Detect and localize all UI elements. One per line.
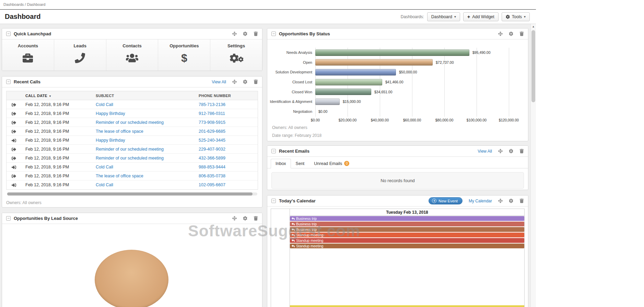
bar[interactable]	[315, 49, 469, 56]
call-subject-link[interactable]: Cold Call	[96, 102, 113, 107]
launchpad-item-settings[interactable]: Settings	[210, 39, 262, 71]
reply-icon	[292, 223, 295, 226]
date-range-label: Date range: February 2018	[272, 133, 523, 138]
scroll-up-button[interactable]: ▲	[531, 24, 536, 29]
table-row: Feb 12, 2018, 9:16 PMReminder of our sch…	[7, 145, 258, 154]
view-all-link[interactable]: View All	[212, 80, 226, 84]
calendar-event-label: Standup meeting	[296, 244, 323, 248]
horizontal-scrollbar-thumb[interactable]	[7, 192, 253, 196]
calendar-event[interactable]: Business trip	[290, 227, 524, 232]
bar[interactable]	[315, 59, 433, 66]
recent-calls-rows: Feb 12, 2018, 9:16 PMCold Call785-713-21…	[7, 100, 258, 189]
page-title: Dashboard	[5, 13, 40, 21]
breadcrumb[interactable]: Dashboards / Dashboard	[3, 2, 45, 7]
collapse-widget-button[interactable]: −	[6, 32, 11, 36]
launchpad-item-opportunities[interactable]: Opportunities $	[158, 39, 210, 71]
header-controls: Dashboards: Dashboard ▾ + Add Widget Too…	[401, 12, 530, 21]
call-phone-link[interactable]: 912-786-0311	[199, 111, 225, 116]
bar[interactable]	[315, 79, 382, 85]
bar-category-label: Closed Won	[267, 90, 315, 94]
widget-settings-icon[interactable]	[243, 32, 247, 36]
collapse-widget-button[interactable]: −	[6, 216, 11, 221]
call-subject-link[interactable]: Happy Birthday	[96, 138, 125, 143]
move-widget-icon[interactable]	[498, 149, 503, 153]
tab-unread-emails[interactable]: Unread Emails 0	[309, 158, 354, 168]
bar-category-label: Closed Lost	[267, 80, 315, 84]
call-phone-link[interactable]: 102-095-6607	[199, 182, 225, 187]
call-subject-link[interactable]: Reminder of our scheduled meeting	[96, 147, 164, 152]
view-all-link[interactable]: View All	[478, 149, 492, 154]
bar[interactable]	[315, 98, 340, 105]
column-call-date[interactable]: CALL DATE▼	[25, 94, 96, 98]
calendar-event[interactable]: Standup meeting	[290, 244, 524, 248]
call-phone-link[interactable]: 229-407-9032	[199, 147, 225, 152]
call-phone-link[interactable]: 432-366-5899	[199, 156, 225, 161]
call-phone-link[interactable]: 525-240-3445	[199, 138, 225, 143]
column-subject[interactable]: SUBJECT	[96, 94, 199, 98]
calendar-event[interactable]: Standup meeting	[290, 233, 524, 237]
widget-settings-icon[interactable]	[509, 149, 513, 153]
delete-widget-icon[interactable]	[519, 199, 524, 203]
call-subject-link[interactable]: The lease of office space	[96, 129, 143, 134]
delete-widget-icon[interactable]	[254, 32, 258, 36]
column-phone-number[interactable]: PHONE NUMBER	[199, 94, 258, 98]
call-date: Feb 12, 2018, 9:16 PM	[25, 147, 96, 152]
call-subject-link[interactable]: Reminder of our scheduled meeting	[96, 156, 164, 161]
widget-settings-icon[interactable]	[509, 199, 513, 203]
move-widget-icon[interactable]	[498, 199, 503, 203]
call-phone-link[interactable]: 988-853-9444	[199, 165, 225, 169]
call-phone-link[interactable]: 201-629-6685	[199, 129, 225, 134]
new-event-button[interactable]: + New Event	[429, 197, 462, 204]
no-records-message: No records found	[271, 172, 524, 189]
widget-recent-calls: − Recent Calls View All CALL DATE▼ SUBJE…	[2, 76, 262, 208]
widget-settings-icon[interactable]	[243, 216, 247, 221]
pie-slice[interactable]	[95, 250, 168, 307]
calendar-event[interactable]: Standup meeting	[290, 238, 524, 243]
call-subject-link[interactable]: Happy Birthday	[96, 111, 125, 116]
call-phone-link[interactable]: 806-835-0738	[199, 174, 225, 178]
collapse-widget-button[interactable]: −	[271, 149, 276, 153]
delete-widget-icon[interactable]	[254, 216, 258, 221]
call-subject-link[interactable]: Cold Call	[96, 182, 113, 187]
call-subject-link[interactable]: Reminder of our scheduled meeting	[96, 120, 164, 125]
bar[interactable]	[315, 88, 371, 95]
gear-icon	[506, 15, 510, 19]
widget-settings-icon[interactable]	[509, 32, 513, 36]
delete-widget-icon[interactable]	[254, 80, 258, 84]
delete-widget-icon[interactable]	[519, 32, 524, 36]
move-widget-icon[interactable]	[232, 80, 237, 84]
launchpad-item-accounts[interactable]: Accounts	[2, 39, 54, 71]
collapse-widget-button[interactable]: −	[6, 80, 11, 84]
calendar-event-label: Business trip	[296, 216, 317, 221]
widget-title: Opportunities By Lead Source	[14, 216, 78, 221]
move-widget-icon[interactable]	[232, 32, 237, 36]
widget-header: − Opportunities By Status	[267, 28, 528, 39]
collapse-widget-button[interactable]: −	[271, 199, 276, 203]
call-phone-link[interactable]: 785-713-2136	[199, 102, 225, 107]
delete-widget-icon[interactable]	[519, 149, 524, 153]
call-subject-link[interactable]: The lease of office space	[96, 174, 143, 178]
bar-value-label: $72,737.00	[436, 60, 454, 64]
collapse-widget-button[interactable]: −	[271, 32, 276, 36]
dashboard-select[interactable]: Dashboard ▾	[427, 12, 460, 21]
call-subject-link[interactable]: Cold Call	[96, 165, 113, 169]
launchpad-item-contacts[interactable]: Contacts	[106, 39, 159, 71]
tab-sent[interactable]: Sent	[291, 159, 309, 168]
widget-settings-icon[interactable]	[243, 80, 247, 84]
launchpad-item-leads[interactable]: Leads	[54, 39, 106, 71]
my-calendar-link[interactable]: My Calendar	[469, 199, 492, 203]
vertical-scrollbar: ▲	[530, 24, 536, 307]
move-widget-icon[interactable]	[498, 32, 503, 36]
bar-row: Closed Lost$41,466.00	[267, 77, 528, 87]
bar[interactable]	[315, 69, 396, 75]
tab-inbox[interactable]: Inbox	[271, 159, 291, 168]
call-phone-link[interactable]: 773-908-5915	[199, 120, 225, 125]
calendar-partial-event[interactable]	[290, 305, 524, 307]
calendar-event[interactable]: Business trip	[290, 216, 524, 221]
vertical-scrollbar-thumb[interactable]	[531, 30, 535, 102]
widget-title: Today's Calendar	[279, 198, 316, 203]
tools-button[interactable]: Tools ▾	[502, 12, 530, 21]
calendar-event[interactable]: Business trip	[290, 222, 524, 226]
add-widget-button[interactable]: + Add Widget	[463, 12, 499, 21]
move-widget-icon[interactable]	[232, 216, 237, 221]
